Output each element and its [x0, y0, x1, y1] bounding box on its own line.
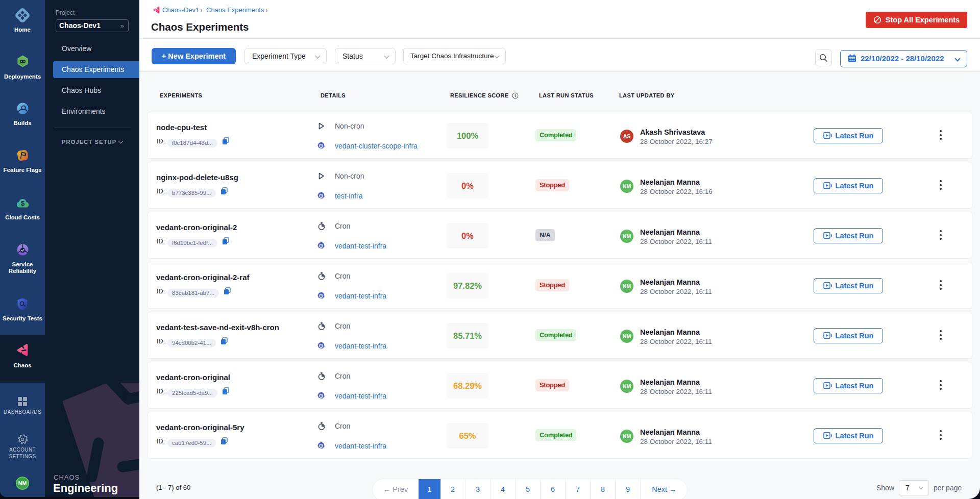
- svg-text:$: $: [20, 199, 24, 207]
